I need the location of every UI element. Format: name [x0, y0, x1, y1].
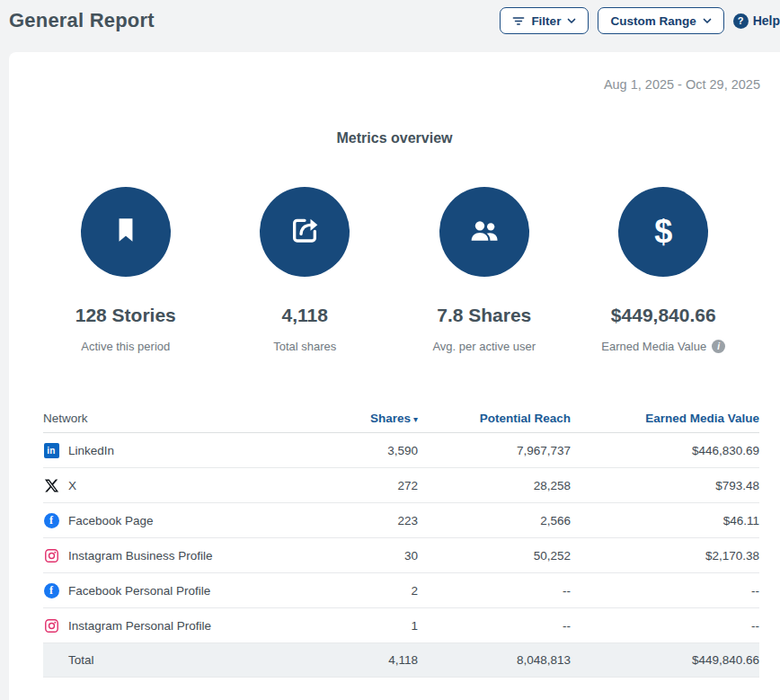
network-cell: Instagram Personal Profile: [43, 617, 290, 634]
dollar-icon: $: [654, 216, 672, 248]
metric-label: Earned Media Value i: [601, 340, 725, 353]
metric-card: 4,118 Total shares: [216, 187, 395, 353]
network-name: Facebook Personal Profile: [68, 584, 210, 598]
total-emv: $449,840.66: [571, 653, 759, 667]
filter-button-label: Filter: [531, 14, 561, 28]
linkedin-icon: in: [43, 442, 59, 458]
filter-icon: [512, 15, 525, 27]
shares-value: 2: [290, 584, 418, 598]
top-bar-actions: Filter Custom Range ? Help: [500, 7, 780, 34]
shares-header-label: Shares: [370, 412, 411, 425]
table-row: Instagram Business Profile 30 50,252 $2,…: [43, 538, 759, 573]
question-mark-icon: ?: [733, 13, 749, 29]
metric-value: $449,840.66: [611, 305, 716, 326]
network-name: Instagram Personal Profile: [68, 619, 211, 633]
metric-label: Total shares: [273, 340, 336, 353]
emv-value: $2,170.38: [571, 549, 759, 563]
metric-card: 7.8 Shares Avg. per active user: [394, 187, 574, 353]
custom-range-button[interactable]: Custom Range: [598, 7, 723, 34]
shares-value: 1: [290, 619, 418, 633]
table-header-row: Network Shares▾ Potential Reach Earned M…: [43, 404, 759, 433]
metric-icon-circle: $: [618, 187, 708, 277]
network-cell: in LinkedIn: [43, 442, 290, 458]
help-link[interactable]: ? Help: [733, 13, 780, 29]
column-header-potential-reach[interactable]: Potential Reach: [418, 412, 571, 425]
metric-value: 4,118: [282, 305, 328, 326]
network-table: Network Shares▾ Potential Reach Earned M…: [43, 404, 759, 678]
table-row: in LinkedIn 3,590 7,967,737 $446,830.69: [43, 433, 759, 468]
reach-value: 7,967,737: [418, 444, 571, 457]
network-name: Instagram Business Profile: [68, 549, 213, 563]
emv-value: --: [571, 619, 759, 633]
info-icon[interactable]: i: [712, 340, 725, 353]
metric-card: 128 Stories Active this period: [36, 187, 216, 353]
reach-value: --: [418, 619, 571, 633]
chevron-down-icon: [703, 18, 712, 24]
network-table-body: in LinkedIn 3,590 7,967,737 $446,830.69 …: [43, 433, 759, 643]
metric-icon-circle: [81, 187, 171, 277]
network-name: Facebook Page: [68, 514, 154, 527]
users-icon: [466, 212, 502, 252]
share-icon: [287, 212, 323, 252]
network-cell: X: [43, 477, 290, 493]
network-name: X: [68, 479, 76, 492]
reach-value: 28,258: [418, 479, 571, 492]
facebook-icon: f: [43, 582, 59, 598]
shares-value: 30: [290, 549, 418, 563]
facebook-icon: f: [43, 512, 59, 528]
total-row: Total 4,118 8,048,813 $449,840.66: [43, 643, 759, 678]
shares-value: 3,590: [290, 444, 418, 457]
network-name: LinkedIn: [68, 444, 114, 457]
metrics-overview-title: Metrics overview: [9, 130, 780, 146]
filter-button[interactable]: Filter: [500, 7, 589, 34]
table-row: f Facebook Personal Profile 2 -- --: [43, 573, 759, 608]
date-range: Aug 1, 2025 - Oct 29, 2025: [9, 52, 780, 92]
emv-value: --: [571, 584, 759, 598]
metric-value: 128 Stories: [75, 305, 176, 326]
column-header-network: Network: [43, 412, 290, 425]
shares-value: 223: [290, 514, 418, 527]
help-label: Help: [753, 13, 780, 28]
network-cell: Instagram Business Profile: [43, 547, 290, 563]
metric-value: 7.8 Shares: [437, 305, 531, 326]
metric-label-text: Active this period: [81, 340, 170, 353]
bookmark-icon: [109, 213, 143, 251]
table-row: Instagram Personal Profile 1 -- --: [43, 608, 759, 643]
reach-value: --: [418, 584, 571, 598]
report-card: Aug 1, 2025 - Oct 29, 2025 Metrics overv…: [9, 52, 780, 700]
instagram-icon: [43, 547, 59, 563]
metric-label-text: Total shares: [273, 340, 336, 353]
total-label: Total: [43, 653, 290, 667]
custom-range-label: Custom Range: [610, 14, 696, 28]
metric-label-text: Earned Media Value: [601, 340, 706, 353]
total-shares: 4,118: [290, 653, 418, 667]
metric-icon-circle: [260, 187, 350, 277]
total-reach: 8,048,813: [418, 653, 571, 667]
metric-icon-circle: [439, 187, 529, 277]
column-header-earned-media-value[interactable]: Earned Media Value: [571, 412, 759, 425]
network-cell: f Facebook Page: [43, 512, 290, 528]
column-header-shares[interactable]: Shares▾: [290, 412, 418, 425]
metrics-row: 128 Stories Active this period 4,118 Tot…: [36, 187, 753, 353]
metric-label: Active this period: [81, 340, 170, 353]
chevron-down-icon: [567, 18, 576, 24]
network-cell: f Facebook Personal Profile: [43, 582, 290, 598]
page-title: General Report: [9, 9, 155, 32]
metric-card: $ $449,840.66 Earned Media Value i: [574, 187, 754, 353]
instagram-icon: [43, 617, 59, 634]
reach-value: 50,252: [418, 549, 571, 563]
metric-label: Avg. per active user: [432, 340, 536, 353]
table-row: X 272 28,258 $793.48: [43, 468, 759, 503]
table-row: f Facebook Page 223 2,566 $46.11: [43, 503, 759, 538]
emv-value: $46.11: [571, 514, 759, 527]
emv-value: $793.48: [571, 479, 759, 492]
top-bar: General Report Filter Custom Range ? Hel…: [0, 0, 780, 52]
emv-value: $446,830.69: [571, 444, 759, 457]
metric-label-text: Avg. per active user: [432, 340, 536, 353]
x-icon: [43, 477, 59, 493]
shares-value: 272: [290, 479, 418, 492]
reach-value: 2,566: [418, 514, 571, 527]
